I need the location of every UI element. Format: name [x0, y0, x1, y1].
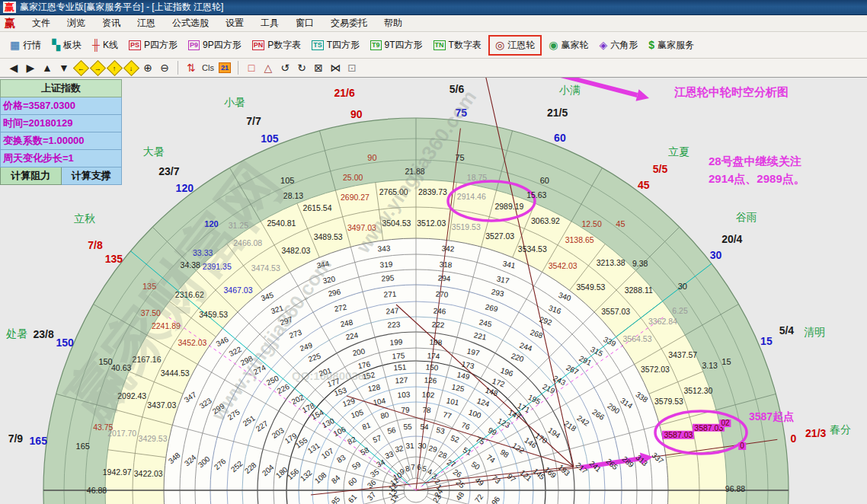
wheel-label: 3429.53: [139, 435, 168, 443]
wheel-label: 2615.54: [303, 204, 332, 212]
toolbar-button-p-table[interactable]: PNP数字表: [248, 37, 306, 54]
wheel-label: 271: [384, 291, 397, 299]
wheel-label: 45: [638, 180, 650, 190]
tool-clear-box[interactable]: ⊠: [311, 60, 326, 75]
calc-support-button[interactable]: 计算支撑: [62, 167, 123, 185]
wheel-label: 2241.89: [152, 321, 181, 330]
toolbar-button-9p-square[interactable]: P99P四方形: [184, 37, 245, 54]
menu-item-5[interactable]: 设置: [226, 17, 244, 30]
menu-item-3[interactable]: 江恩: [137, 17, 155, 30]
9t-square-label: 9T四方形: [385, 39, 423, 52]
wheel-label: 21/5: [547, 107, 568, 118]
toolbar-button-sectors[interactable]: ▚板块: [48, 37, 85, 54]
wheel-label: 103: [397, 391, 410, 400]
wheel-label: 3519.53: [452, 223, 481, 231]
toolbar-button-p-square[interactable]: PSP四方形: [125, 37, 181, 54]
drawing-toolbar: ◀▶▲▼←→↑↓⊕⊖⇅Cls21□△↺↻⊠⋈⊡: [0, 59, 867, 78]
toolbar-button-9t-square[interactable]: T99T四方形: [366, 37, 427, 54]
wheel-label: 2017.70: [107, 429, 136, 438]
toolbar-button-winner-wheel[interactable]: ◉赢家轮: [545, 37, 592, 54]
wheel-label: 150: [425, 364, 438, 372]
t-table-icon: TN: [434, 40, 446, 50]
index-info-panel: 上证指数 价格=3587.0300时间=20180129变换系数=1.00000…: [0, 79, 122, 185]
tool-screen[interactable]: ⊡: [344, 60, 360, 75]
wheel-label: 3474.53: [251, 264, 280, 273]
menu-item-9[interactable]: 帮助: [384, 17, 402, 30]
tool-cls-button[interactable]: Cls: [200, 60, 216, 75]
wheel-label: 处暑: [6, 328, 27, 339]
tool-nav-down[interactable]: ▼: [56, 60, 72, 75]
wheel-label: 5/4: [779, 325, 794, 336]
toolbar-button-quotes[interactable]: ▦行情: [6, 37, 45, 54]
panel-row-2: 变换系数=1.00000: [0, 132, 122, 150]
menu-item-7[interactable]: 窗口: [296, 17, 314, 30]
sectors-icon: ▚: [52, 39, 60, 51]
wheel-label: 6: [417, 464, 421, 471]
wheel-label: 222: [431, 321, 444, 329]
tool-crosshair[interactable]: ⋈: [328, 60, 343, 75]
tool-rotate-ccw[interactable]: ↺: [277, 60, 293, 75]
wheel-label: 3288.11: [625, 286, 653, 295]
wheel-label: 3557.03: [601, 308, 630, 316]
menu-item-1[interactable]: 浏览: [67, 17, 85, 30]
wheel-label: 3063.92: [531, 216, 560, 225]
toolbar-button-t-table[interactable]: TNT数字表: [430, 37, 485, 54]
tool-nav-left[interactable]: ◀: [6, 60, 21, 75]
tool-triangle-tool[interactable]: △: [261, 60, 276, 75]
9t-square-icon: T9: [370, 40, 382, 50]
wheel-label: 3467.03: [224, 285, 253, 294]
panel-row-3: 周天变化步长=1: [0, 150, 122, 167]
wheel-label: 3564.53: [623, 335, 652, 343]
wheel-label: 3542.03: [549, 262, 577, 270]
sectors-label: 板块: [63, 39, 82, 52]
wheel-label: 78: [422, 407, 431, 415]
wheel-label: 3587.03: [662, 431, 694, 439]
wheel-label: 12.50: [582, 220, 602, 228]
wheel-label: 7/8: [88, 240, 102, 250]
wheel-label: 31: [406, 442, 415, 451]
menu-item-8[interactable]: 交易委托: [331, 17, 367, 30]
tool-calendar[interactable]: 21: [217, 60, 232, 75]
wheel-label: 3482.03: [281, 247, 310, 255]
wheel-label: 165: [30, 435, 47, 446]
menu-item-4[interactable]: 公式选股: [172, 17, 209, 30]
tool-updown-arrows[interactable]: ⇅: [184, 60, 199, 75]
t-square-label: T四方形: [327, 39, 360, 52]
menu-item-2[interactable]: 资讯: [102, 17, 120, 30]
wheel-label: 55: [403, 423, 412, 431]
tool-diamond-up[interactable]: ↑: [107, 60, 122, 75]
toolbar-button-hexagon[interactable]: ◈六角形: [595, 37, 641, 54]
toolbar-button-gann-wheel[interactable]: ◎江恩轮: [488, 35, 542, 56]
wheel-label: 谷雨: [736, 212, 757, 222]
toolbar-separator: [178, 61, 178, 75]
wheel-label: 7: [411, 464, 415, 471]
wheel-label: 3549.53: [576, 283, 605, 292]
tool-diamond-right[interactable]: →: [90, 60, 105, 75]
tool-zoom-out[interactable]: ⊖: [157, 60, 172, 75]
tool-nav-up[interactable]: ▲: [40, 60, 55, 75]
wheel-label: 46.88: [87, 486, 107, 495]
tool-rect-tool[interactable]: □: [244, 60, 259, 75]
toolbar-button-winner-service[interactable]: $赢家服务: [645, 37, 698, 54]
tool-zoom-in[interactable]: ⊕: [140, 60, 155, 75]
calc-resistance-button[interactable]: 计算阻力: [0, 167, 62, 185]
wheel-label: 165: [76, 442, 90, 451]
toolbar-button-t-square[interactable]: TST四方形: [308, 37, 363, 54]
menu-item-0[interactable]: 文件: [32, 17, 50, 30]
wheel-label: 3444.53: [161, 368, 190, 377]
tool-nav-right[interactable]: ▶: [23, 60, 38, 75]
kline-icon: ╫: [92, 39, 100, 51]
toolbar-button-kline[interactable]: ╫K线: [88, 37, 122, 54]
menu-item-6[interactable]: 工具: [261, 17, 279, 30]
tool-diamond-down[interactable]: ↓: [123, 60, 139, 75]
wheel-label: 60: [540, 176, 549, 184]
wheel-label: 2765.00: [379, 188, 408, 196]
wheel-label: 33.33: [193, 249, 213, 257]
wheel-label: 7/7: [246, 116, 261, 126]
tool-diamond-left[interactable]: ←: [73, 60, 88, 75]
winner-wheel-label: 赢家轮: [561, 39, 588, 52]
gann-wheel-label: 江恩轮: [507, 39, 535, 52]
wheel-label: 2690.27: [341, 193, 370, 202]
menu-app-icon: 赢: [5, 17, 15, 30]
tool-rotate-cw[interactable]: ↻: [294, 60, 309, 75]
